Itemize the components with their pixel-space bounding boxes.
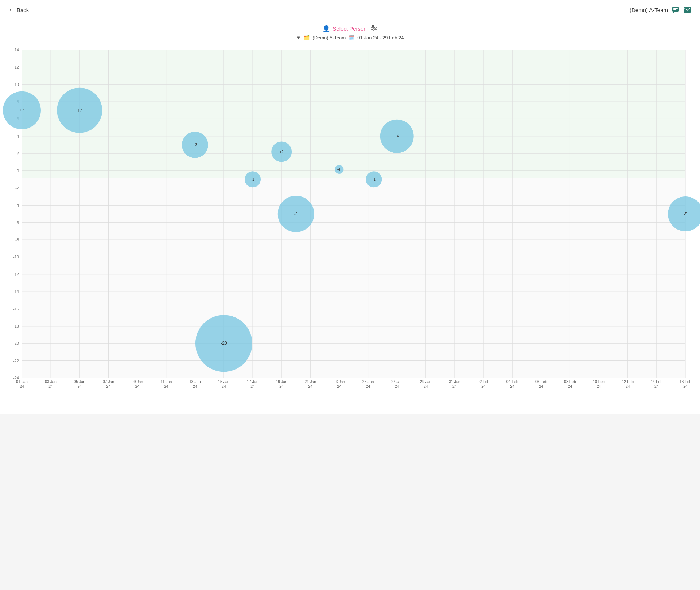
- bubble-label: +4: [395, 134, 399, 138]
- svg-text:24: 24: [222, 384, 226, 388]
- svg-text:24: 24: [452, 384, 457, 388]
- x-axis-label: 02 Feb24: [478, 379, 490, 388]
- back-label: Back: [17, 7, 29, 13]
- bubble-label: +7: [77, 108, 82, 113]
- y-axis-label: 2: [17, 151, 19, 156]
- svg-text:24: 24: [337, 384, 342, 388]
- svg-text:27 Jan: 27 Jan: [391, 379, 403, 384]
- svg-text:24: 24: [597, 384, 601, 388]
- date-range-label: 01 Jan 24 - 29 Feb 24: [357, 35, 404, 40]
- x-axis-label: 07 Jan24: [103, 379, 114, 388]
- chart-container: (function() { var svg = document.getElem…: [0, 43, 700, 414]
- svg-text:04 Feb: 04 Feb: [506, 379, 518, 384]
- x-axis-label: 14 Feb24: [651, 379, 663, 388]
- y-axis-label: -22: [13, 359, 19, 363]
- svg-text:24: 24: [135, 384, 140, 388]
- toolbar-row1: 👤 Select Person: [322, 24, 377, 33]
- x-axis-label: 08 Feb24: [564, 379, 576, 388]
- bubble-label: -1: [251, 177, 254, 181]
- svg-text:24: 24: [395, 384, 399, 388]
- team-name-label: (Demo) A-Team: [630, 7, 668, 13]
- y-axis-label: 10: [15, 82, 19, 87]
- negative-bg: [22, 178, 685, 378]
- x-axis-label: 11 Jan24: [160, 379, 172, 388]
- bubble-label: +2: [279, 150, 284, 154]
- email-icon: [683, 7, 691, 13]
- svg-text:19 Jan: 19 Jan: [276, 379, 287, 384]
- bubble-label: -5: [684, 212, 687, 216]
- y-axis-label: 0: [17, 169, 19, 173]
- bubble-label: -1: [372, 177, 376, 181]
- filter-settings-button[interactable]: [370, 24, 378, 33]
- x-axis-label: 09 Jan24: [132, 379, 143, 388]
- x-axis-label: 12 Feb24: [622, 379, 634, 388]
- svg-text:10 Feb: 10 Feb: [593, 379, 605, 384]
- header-right: (Demo) A-Team: [630, 6, 691, 14]
- y-axis-label: 14: [15, 48, 19, 52]
- svg-text:24: 24: [279, 384, 284, 388]
- svg-text:24: 24: [510, 384, 514, 388]
- toolbar: 👤 Select Person ▼ 🗂️ (Demo) A-Team 🗓️ 01…: [0, 20, 700, 43]
- svg-text:02 Feb: 02 Feb: [478, 379, 490, 384]
- svg-text:25 Jan: 25 Jan: [362, 379, 374, 384]
- team-filter-icon: 🗂️: [304, 35, 310, 40]
- x-axis-label: 01 Jan24: [16, 379, 28, 388]
- calendar-icon: 🗓️: [349, 35, 354, 40]
- svg-point-9: [374, 27, 376, 28]
- y-axis-label: -12: [13, 272, 19, 277]
- svg-point-10: [373, 29, 374, 30]
- svg-rect-3: [673, 9, 676, 10]
- svg-text:12 Feb: 12 Feb: [622, 379, 634, 384]
- filter-icon-triangle: ▼: [296, 35, 301, 40]
- x-axis-label: 21 Jan24: [305, 379, 316, 388]
- svg-text:24: 24: [193, 384, 197, 388]
- email-button[interactable]: [683, 7, 691, 13]
- svg-text:01 Jan: 01 Jan: [16, 379, 28, 384]
- x-axis-label: 31 Jan24: [449, 379, 460, 388]
- svg-text:23 Jan: 23 Jan: [334, 379, 345, 384]
- svg-text:11 Jan: 11 Jan: [160, 379, 172, 384]
- back-button[interactable]: ← Back: [9, 7, 29, 13]
- y-axis-label: -6: [15, 220, 19, 225]
- svg-text:24: 24: [539, 384, 544, 388]
- bubble-label: -5: [294, 212, 298, 216]
- x-axis-label: 17 Jan24: [247, 379, 258, 388]
- bubble-label: -20: [221, 341, 227, 346]
- y-axis-label: -8: [15, 238, 19, 242]
- svg-text:24: 24: [164, 384, 168, 388]
- svg-text:09 Jan: 09 Jan: [132, 379, 143, 384]
- svg-text:24: 24: [308, 384, 312, 388]
- svg-text:16 Feb: 16 Feb: [680, 379, 692, 384]
- y-axis-label: -14: [13, 289, 19, 294]
- svg-text:24: 24: [250, 384, 255, 388]
- svg-text:31 Jan: 31 Jan: [449, 379, 460, 384]
- svg-text:07 Jan: 07 Jan: [103, 379, 114, 384]
- select-person-button[interactable]: 👤 Select Person: [322, 25, 366, 33]
- svg-marker-1: [673, 12, 675, 13]
- x-axis-label: 27 Jan24: [391, 379, 403, 388]
- x-axis-label: 06 Feb24: [535, 379, 547, 388]
- y-axis-label: 4: [17, 134, 19, 138]
- svg-text:06 Feb: 06 Feb: [535, 379, 547, 384]
- svg-text:24: 24: [626, 384, 630, 388]
- svg-text:13 Jan: 13 Jan: [189, 379, 201, 384]
- y-axis-label: -10: [13, 255, 19, 259]
- x-axis-label: 10 Feb24: [593, 379, 605, 388]
- x-axis-label: 04 Feb24: [506, 379, 518, 388]
- svg-rect-0: [672, 7, 679, 12]
- x-axis-label: 05 Jan24: [74, 379, 85, 388]
- svg-text:24: 24: [481, 384, 486, 388]
- svg-text:24: 24: [77, 384, 82, 388]
- toolbar-row2: ▼ 🗂️ (Demo) A-Team 🗓️ 01 Jan 24 - 29 Feb…: [296, 35, 404, 40]
- svg-text:24: 24: [568, 384, 572, 388]
- y-axis-label: -4: [15, 203, 19, 207]
- bubble-label: +3: [193, 143, 197, 147]
- svg-text:24: 24: [20, 384, 24, 388]
- back-arrow-icon: ←: [9, 7, 15, 13]
- bubble-chart: (function() { var svg = document.getElem…: [0, 43, 700, 407]
- filter-icon: [370, 24, 378, 31]
- x-axis-label: 23 Jan24: [334, 379, 345, 388]
- svg-text:29 Jan: 29 Jan: [420, 379, 432, 384]
- y-axis-label: -2: [15, 186, 19, 190]
- chat-button[interactable]: [672, 6, 680, 14]
